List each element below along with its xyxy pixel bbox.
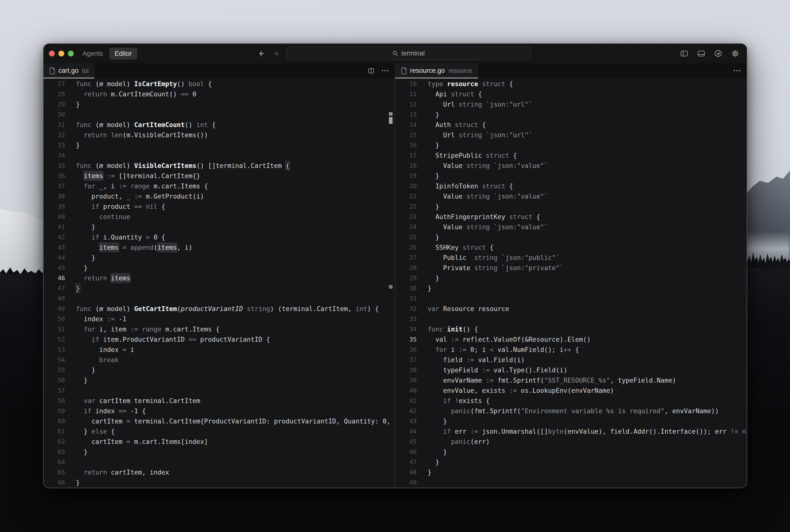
code-line[interactable]: 32var Resource resource [395,304,747,314]
code-line[interactable]: 48} [395,467,747,477]
code-line[interactable]: 49func (m model) GetCartItem(productVari… [43,304,395,314]
code-line[interactable]: 55 } [43,365,395,375]
forward-button[interactable] [272,44,280,63]
code-line[interactable]: 41 if !exists { [395,396,747,406]
search-bar[interactable]: terminal [286,46,531,60]
tab-agents[interactable]: Agents [82,50,103,57]
toggle-left-dock-button[interactable] [680,50,688,58]
toggle-bottom-dock-button[interactable] [697,50,705,58]
code-line[interactable]: 45 } [43,263,395,273]
back-button[interactable] [258,44,266,63]
code-line[interactable]: 35func (m model) VisibleCartItems() []te… [43,160,395,171]
code-line[interactable]: 33 [395,314,747,324]
code-line[interactable]: 44 } [43,253,395,263]
code-line[interactable]: 27 Public string `json:"public"` [395,253,747,263]
code-line[interactable]: 64 [43,457,395,467]
code-line[interactable]: 57 [43,385,395,396]
code-line[interactable]: 41 } [43,222,395,232]
code-line[interactable]: 47 } [395,457,747,467]
titlebar[interactable]: Agents Editor terminal [43,44,747,63]
code-line[interactable]: 10type resource struct { [395,79,747,89]
tab-editor[interactable]: Editor [109,48,137,60]
code-line[interactable]: 42 if i.Quantity > 0 { [43,232,395,242]
code-line[interactable]: 36 items := []terminal.CartItem{} [43,171,395,181]
split-pane-button[interactable] [368,68,374,74]
extensions-button[interactable] [714,50,722,58]
code-line[interactable]: 18 Value string `json:"value"` [395,160,747,171]
code-line[interactable]: 39 if product == nil { [43,202,395,212]
code-line[interactable]: 42 panic(fmt.Sprintf("Environment variab… [395,406,747,416]
code-line[interactable]: 34func init() { [395,324,747,335]
code-line[interactable]: 47} [43,283,395,293]
code-line[interactable]: 51 for i, item := range m.cart.Items { [43,324,395,335]
code-line[interactable]: 59 if index == -1 { [43,406,395,416]
code-line[interactable]: 40 envValue, exists := os.LookupEnv(envV… [395,385,747,396]
code-line[interactable]: 19 } [395,171,747,181]
code-line[interactable]: 66} [43,477,395,488]
code-line[interactable]: 35 val := reflect.ValueOf(&Resource).Ele… [395,335,747,345]
code-line[interactable]: 12 Url string `json:"url"` [395,99,747,110]
code-line[interactable]: 43 } [395,416,747,426]
code-line[interactable]: 26 SSHKey struct { [395,242,747,253]
file-tab-resource-go[interactable]: resource.go resource [395,63,478,78]
code-line[interactable]: 44 if err := json.Unmarshal([]byte(envVa… [395,426,747,437]
settings-button[interactable] [731,50,739,58]
code-line[interactable]: 54 break [43,355,395,365]
code-line[interactable]: 60 cartItem = terminal.CartItem{ProductV… [43,416,395,426]
code-line[interactable]: 29} [43,99,395,110]
minimize-button[interactable] [58,51,64,56]
code-line[interactable]: 29 } [395,273,747,283]
code-line[interactable]: 15 Url string `json:"url"` [395,130,747,140]
code-line[interactable]: 37 field := val.Field(i) [395,355,747,365]
code-line[interactable]: 31 [395,293,747,304]
code-line[interactable]: 23 AuthFingerprintKey struct { [395,212,747,222]
code-line[interactable]: 21 Value string `json:"value"` [395,191,747,202]
code-line[interactable]: 30} [395,283,747,293]
code-pane-cart-go[interactable]: 27func (m model) IsCartEmpty() bool {28 … [43,78,395,488]
code-line[interactable]: 65 return cartItem, index [43,467,395,477]
code-line[interactable]: 45 panic(err) [395,437,747,447]
code-line[interactable]: 16 } [395,140,747,150]
code-pane-resource-go[interactable]: 10type resource struct {11 Api struct {1… [395,78,747,488]
code-line[interactable]: 56 } [43,375,395,385]
code-line[interactable]: 25 } [395,232,747,242]
code-line[interactable]: 28 return m.CartItemCount() == 0 [43,89,395,99]
code-line[interactable]: 36 for i := 0; i < val.NumField(); i++ { [395,345,747,355]
code-line[interactable]: 58 var cartItem terminal.CartItem [43,396,395,406]
code-line[interactable]: 40 continue [43,212,395,222]
code-line[interactable]: 24 Value string `json:"value"` [395,222,747,232]
code-line[interactable]: 20 IpinfoToken struct { [395,181,747,191]
code-line[interactable]: 38 product, _ := m.GetProduct(i) [43,191,395,202]
code-line[interactable]: 22 } [395,202,747,212]
code-line[interactable]: 11 Api struct { [395,89,747,99]
code-line[interactable]: 17 StripePublic struct { [395,150,747,160]
more-options-button[interactable] [382,70,388,71]
code-line[interactable]: 62 cartItem = m.cart.Items[index] [43,437,395,447]
zoom-button[interactable] [68,51,74,56]
code-line[interactable]: 28 Private string `json:"private"` [395,263,747,273]
code-line[interactable]: 38 typeField := val.Type().Field(i) [395,365,747,375]
code-line[interactable]: 33} [43,140,395,150]
close-button[interactable] [49,51,55,56]
code-line[interactable]: 53 index = i [43,345,395,355]
code-line[interactable]: 39 envVarName := fmt.Sprintf("SST_RESOUR… [395,375,747,385]
code-line[interactable]: 50 index := -1 [43,314,395,324]
code-line[interactable]: 31func (m model) CartItemCount() int { [43,120,395,130]
code-line[interactable]: 13 } [395,110,747,120]
code-line[interactable]: 27func (m model) IsCartEmpty() bool { [43,79,395,89]
code-line[interactable]: 46 } [395,447,747,457]
code-line[interactable]: 52 if item.ProductVariantID == productVa… [43,335,395,345]
code-line[interactable]: 30 [43,110,395,120]
code-line[interactable]: 48 [43,293,395,304]
code-line[interactable]: 63 } [43,447,395,457]
file-tab-cart-go[interactable]: cart.go tui [43,63,94,78]
code-line[interactable]: 49 [395,477,747,488]
code-line[interactable]: 61 } else { [43,426,395,437]
code-line[interactable]: 32 return len(m.VisibleCartItems()) [43,130,395,140]
more-options-button[interactable] [734,70,740,71]
code-line[interactable]: 46 return items [43,273,395,283]
code-line[interactable]: 43 items = append(items, i) [43,242,395,253]
code-line[interactable]: 14 Auth struct { [395,120,747,130]
code-line[interactable]: 34 [43,150,395,160]
code-line[interactable]: 37 for _, i := range m.cart.Items { [43,181,395,191]
